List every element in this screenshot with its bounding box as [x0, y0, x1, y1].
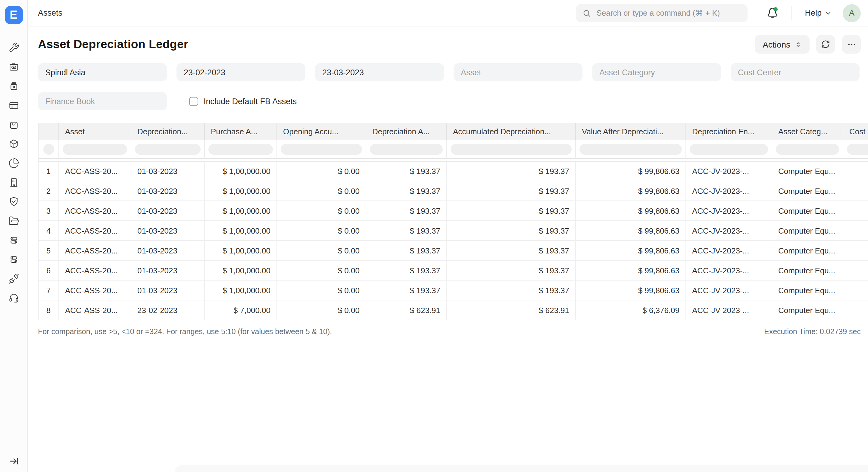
- to-date-filter[interactable]: 23-03-2023: [315, 63, 444, 81]
- tools-icon[interactable]: [8, 42, 19, 53]
- table-cell[interactable]: $ 7,000.00: [205, 300, 277, 320]
- table-cell[interactable]: 01-03-2023: [131, 161, 205, 181]
- table-cell[interactable]: ACC-ASS-20...: [59, 161, 131, 181]
- column-filter-input[interactable]: [451, 144, 571, 155]
- table-cell[interactable]: [843, 300, 868, 320]
- table-cell[interactable]: $ 99,806.63: [576, 161, 686, 181]
- table-cell[interactable]: ACC-ASS-20...: [59, 280, 131, 300]
- table-cell[interactable]: $ 193.37: [366, 261, 447, 280]
- finance-book-filter[interactable]: Finance Book: [38, 92, 167, 110]
- column-header[interactable]: Purchase A...: [205, 123, 277, 140]
- column-filter-input[interactable]: [63, 144, 127, 155]
- table-cell[interactable]: ACC-JV-2023-...: [686, 300, 772, 320]
- asset-filter[interactable]: Asset: [454, 63, 583, 81]
- cash-box-icon[interactable]: [8, 61, 19, 72]
- table-cell[interactable]: [843, 241, 868, 261]
- include-default-fb-checkbox-group[interactable]: Include Default FB Assets: [189, 97, 297, 106]
- table-cell[interactable]: $ 99,806.63: [576, 261, 686, 280]
- column-filter-input[interactable]: [690, 144, 768, 155]
- table-cell[interactable]: $ 193.37: [447, 261, 576, 280]
- expand-sidebar-icon[interactable]: [8, 456, 19, 467]
- table-cell[interactable]: $ 1,00,000.00: [205, 261, 277, 280]
- table-cell[interactable]: $ 99,806.63: [576, 181, 686, 201]
- table-cell[interactable]: 23-02-2023: [131, 300, 205, 320]
- table-cell[interactable]: 01-03-2023: [131, 241, 205, 261]
- table-cell[interactable]: 01-03-2023: [131, 201, 205, 221]
- pie-chart-icon[interactable]: [8, 158, 19, 169]
- toggles-icon[interactable]: [8, 235, 19, 246]
- table-cell[interactable]: $ 99,806.63: [576, 201, 686, 221]
- cost-center-filter[interactable]: Cost Center: [731, 63, 860, 81]
- include-default-fb-checkbox[interactable]: [189, 97, 198, 106]
- table-cell[interactable]: $ 99,806.63: [576, 241, 686, 261]
- table-cell[interactable]: ACC-ASS-20...: [59, 181, 131, 201]
- table-cell[interactable]: Computer Equ...: [772, 221, 843, 241]
- table-cell[interactable]: Computer Equ...: [772, 201, 843, 221]
- asset-category-filter[interactable]: Asset Category: [592, 63, 721, 81]
- column-filter-input[interactable]: [43, 144, 54, 155]
- actions-button[interactable]: Actions: [755, 35, 810, 54]
- shopping-bag-icon[interactable]: [8, 119, 19, 130]
- avatar[interactable]: A: [843, 4, 861, 22]
- column-header[interactable]: Depreciation En...: [686, 123, 772, 140]
- table-cell[interactable]: $ 0.00: [277, 280, 366, 300]
- table-cell[interactable]: $ 6,376.09: [576, 300, 686, 320]
- table-cell[interactable]: Computer Equ...: [772, 181, 843, 201]
- table-cell[interactable]: ACC-ASS-20...: [59, 221, 131, 241]
- column-filter-input[interactable]: [209, 144, 273, 155]
- app-logo[interactable]: E: [4, 6, 23, 24]
- table-cell[interactable]: ACC-JV-2023-...: [686, 161, 772, 181]
- column-filter-input[interactable]: [776, 144, 839, 155]
- table-cell[interactable]: $ 193.37: [447, 280, 576, 300]
- table-cell[interactable]: ACC-ASS-20...: [59, 201, 131, 221]
- table-cell[interactable]: $ 1,00,000.00: [205, 201, 277, 221]
- table-cell[interactable]: $ 193.37: [447, 161, 576, 181]
- refresh-button[interactable]: [816, 35, 835, 54]
- cash-register-icon[interactable]: [8, 81, 19, 92]
- table-cell[interactable]: ACC-JV-2023-...: [686, 261, 772, 280]
- table-cell[interactable]: $ 0.00: [277, 221, 366, 241]
- column-filter-input[interactable]: [370, 144, 443, 155]
- table-cell[interactable]: 01-03-2023: [131, 181, 205, 201]
- table-cell[interactable]: $ 623.91: [447, 300, 576, 320]
- table-cell[interactable]: $ 99,806.63: [576, 280, 686, 300]
- table-cell[interactable]: $ 193.37: [366, 201, 447, 221]
- table-cell[interactable]: $ 193.37: [366, 161, 447, 181]
- more-menu-button[interactable]: [842, 35, 861, 54]
- column-header[interactable]: Accumulated Depreciation...: [447, 123, 576, 140]
- table-cell[interactable]: $ 193.37: [366, 181, 447, 201]
- table-cell[interactable]: $ 193.37: [447, 201, 576, 221]
- table-cell[interactable]: $ 0.00: [277, 201, 366, 221]
- table-cell[interactable]: $ 1,00,000.00: [205, 280, 277, 300]
- help-menu[interactable]: Help: [805, 8, 832, 18]
- headset-icon[interactable]: [8, 293, 19, 303]
- column-header[interactable]: Depreciation...: [131, 123, 205, 140]
- table-cell[interactable]: [843, 201, 868, 221]
- column-filter-input[interactable]: [281, 144, 362, 155]
- table-cell[interactable]: $ 623.91: [366, 300, 447, 320]
- column-header[interactable]: Cost Center: [843, 123, 868, 140]
- shield-check-icon[interactable]: [8, 196, 19, 207]
- table-cell[interactable]: ACC-JV-2023-...: [686, 181, 772, 201]
- table-cell[interactable]: $ 0.00: [277, 181, 366, 201]
- table-cell[interactable]: [843, 221, 868, 241]
- table-cell[interactable]: $ 193.37: [366, 221, 447, 241]
- table-cell[interactable]: Computer Equ...: [772, 161, 843, 181]
- credit-card-icon[interactable]: [8, 100, 19, 111]
- table-cell[interactable]: $ 0.00: [277, 161, 366, 181]
- table-cell[interactable]: ACC-ASS-20...: [59, 241, 131, 261]
- table-cell[interactable]: $ 193.37: [447, 221, 576, 241]
- folder-icon[interactable]: [8, 215, 19, 226]
- table-cell[interactable]: $ 1,00,000.00: [205, 241, 277, 261]
- table-cell[interactable]: ACC-ASS-20...: [59, 300, 131, 320]
- table-cell[interactable]: $ 1,00,000.00: [205, 181, 277, 201]
- column-header[interactable]: Value After Depreciati...: [576, 123, 686, 140]
- notifications-bell-icon[interactable]: [766, 7, 778, 19]
- search-input[interactable]: Search or type a command (⌘ + K): [576, 4, 747, 22]
- table-cell[interactable]: $ 1,00,000.00: [205, 221, 277, 241]
- column-filter-input[interactable]: [847, 144, 868, 155]
- table-cell[interactable]: $ 99,806.63: [576, 221, 686, 241]
- from-date-filter[interactable]: 23-02-2023: [177, 63, 305, 81]
- table-cell[interactable]: $ 193.37: [447, 241, 576, 261]
- table-cell[interactable]: Computer Equ...: [772, 280, 843, 300]
